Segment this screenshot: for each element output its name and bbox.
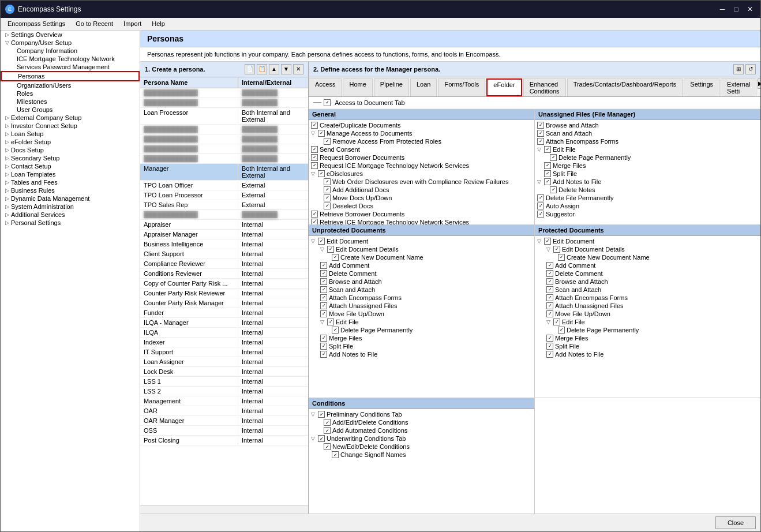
cb-merge-files-p[interactable]	[546, 335, 553, 342]
cb-split-file-p[interactable]	[546, 343, 553, 350]
cb-delete-page-perm-p[interactable]	[558, 327, 565, 334]
sidebar-item-personal-settings[interactable]: ▷ Personal Settings	[1, 219, 140, 227]
tab-pipeline[interactable]: Pipeline	[374, 78, 409, 96]
table-row[interactable]: Manager Both Internal and External	[140, 164, 308, 181]
cb-delete-page-u[interactable]	[550, 154, 557, 161]
sidebar-item-company-user-setup[interactable]: ▽ Company/User Setup	[1, 39, 140, 47]
cb-split-file-u[interactable]	[544, 170, 551, 177]
sidebar-item-org-users[interactable]: Organization/Users	[1, 81, 140, 89]
cb-split-file[interactable]	[320, 343, 327, 350]
unprotected-content[interactable]: ▽Edit Document ▽Edit Document Details Cr…	[309, 236, 534, 398]
cb-underwriting-tab[interactable]	[318, 435, 325, 442]
close-button[interactable]: Close	[715, 516, 756, 529]
sidebar-item-investor-connect[interactable]: ▷ Investor Connect Setup	[1, 122, 140, 130]
cb-edisclosures[interactable]	[318, 170, 325, 177]
cb-browse-attach[interactable]	[320, 278, 327, 285]
menu-encompass-settings[interactable]: Encompass Settings	[3, 19, 70, 28]
table-row[interactable]: LSS 2 Internal	[140, 387, 308, 396]
tab-scroll-button[interactable]: ▶	[758, 78, 760, 89]
general-content[interactable]: Create/Duplicate Documents ▽Manage Acces…	[309, 120, 534, 224]
table-row[interactable]: Appraiser Manager Internal	[140, 230, 308, 239]
cb-remove-access[interactable]	[324, 138, 331, 145]
table-row[interactable]: TPO Loan Officer External	[140, 181, 308, 190]
left-panel-hscroll[interactable]	[140, 505, 308, 514]
protected-content[interactable]: ▽Edit Document ▽Edit Document Details Cr…	[535, 236, 760, 398]
cb-merge-files-u[interactable]	[544, 162, 551, 169]
table-row[interactable]: ████████████ ████████	[140, 125, 308, 134]
table-row[interactable]: ILQA - Manager Internal	[140, 318, 308, 328]
sidebar-item-additional-services[interactable]: ▷ Additional Services	[1, 211, 140, 219]
cb-edit-file[interactable]	[327, 319, 334, 325]
cb-prelim-conditions[interactable]	[318, 411, 325, 418]
cb-merge-files[interactable]	[320, 335, 327, 342]
cb-edit-doc-details-p[interactable]	[553, 246, 560, 253]
sidebar-item-milestones[interactable]: Milestones	[1, 98, 140, 106]
sidebar-item-user-groups[interactable]: User Groups	[1, 106, 140, 114]
unassigned-content[interactable]: Browse and Attach Scan and Attach Attach…	[535, 120, 760, 224]
menu-go-to-recent[interactable]: Go to Recent	[71, 19, 118, 28]
cb-delete-comment[interactable]	[320, 270, 327, 277]
sidebar-item-roles[interactable]: Roles	[1, 89, 140, 98]
cb-add-notes[interactable]	[320, 351, 327, 358]
delete-persona-button[interactable]: ✕	[293, 64, 303, 74]
table-row[interactable]: ████████████ ████████	[140, 154, 308, 164]
access-to-doc-checkbox[interactable]	[324, 99, 331, 106]
sidebar-item-system-admin[interactable]: ▷ System Administration	[1, 203, 140, 211]
cb-move-docs[interactable]	[324, 194, 331, 201]
new-persona-button[interactable]: 📄	[245, 64, 255, 74]
table-row[interactable]: ████████████ ████████	[140, 134, 308, 144]
sidebar-item-loan-setup[interactable]: ▷ Loan Setup	[1, 130, 140, 138]
right-tool-btn-2[interactable]: ↺	[745, 64, 756, 74]
table-row[interactable]: Conditions Reviewer Internal	[140, 269, 308, 279]
table-row[interactable]: OAR Internal	[140, 406, 308, 416]
tab-forms-tools[interactable]: Forms/Tools	[438, 78, 485, 96]
sidebar-item-settings-overview[interactable]: ▷ Settings Overview	[1, 31, 140, 39]
cb-scan-attach-u[interactable]	[537, 130, 544, 137]
table-row[interactable]: Counter Party Risk Reviewer Internal	[140, 289, 308, 298]
sidebar-scroll[interactable]: ▷ Settings Overview ▽ Company/User Setup…	[1, 31, 140, 531]
cb-suggestor-u[interactable]	[537, 211, 544, 218]
table-row[interactable]: Loan Processor Both Internal and Externa…	[140, 108, 308, 125]
cb-retrieve-borrower[interactable]	[311, 211, 318, 218]
cb-move-file-updown[interactable]	[320, 310, 327, 317]
tab-efolder[interactable]: eFolder	[486, 78, 522, 96]
cb-create-new-doc-name-p[interactable]	[558, 254, 565, 261]
persona-list[interactable]: ████████████ ████████ ████████████ █████…	[140, 88, 308, 505]
cb-add-notes-p[interactable]	[546, 351, 553, 358]
table-row[interactable]: ILQA Internal	[140, 328, 308, 338]
cb-add-comment[interactable]	[320, 262, 327, 269]
table-row[interactable]: Copy of Counter Party Risk ... Internal	[140, 279, 308, 289]
table-row[interactable]: ████████████ ████████	[140, 88, 308, 98]
table-row[interactable]: OSS Internal	[140, 426, 308, 436]
cb-retrieve-ice[interactable]	[311, 219, 318, 224]
move-up-button[interactable]: ▲	[269, 64, 279, 74]
cb-delete-notes-u[interactable]	[550, 186, 557, 193]
cb-new-edit-delete[interactable]	[324, 443, 331, 450]
cb-send-consent[interactable]	[311, 146, 318, 153]
cb-edit-doc[interactable]	[318, 238, 325, 245]
cb-create-dup[interactable]	[311, 122, 318, 129]
sidebar-item-business-rules[interactable]: ▷ Business Rules	[1, 186, 140, 194]
conditions-content[interactable]: ▽Preliminary Conditions Tab Add/Edit/Del…	[309, 409, 534, 514]
cb-add-comment-p[interactable]	[546, 262, 553, 269]
table-row[interactable]: ████████████ ████████	[140, 210, 308, 220]
sidebar-item-loan-templates[interactable]: ▷ Loan Templates	[1, 170, 140, 178]
cb-change-signoff[interactable]	[332, 451, 339, 458]
tab-enhanced-conditions[interactable]: Enhanced Conditions	[523, 78, 566, 96]
sidebar-item-tables-fees[interactable]: ▷ Tables and Fees	[1, 178, 140, 186]
sidebar-item-ice-mortgage[interactable]: ICE Mortgage Technology Network	[1, 55, 140, 63]
sidebar-item-efolder-setup[interactable]: ▷ eFolder Setup	[1, 138, 140, 146]
close-window-button[interactable]: ✕	[744, 5, 756, 14]
table-row[interactable]: ████████████ ████████	[140, 144, 308, 154]
cb-scan-attach-p[interactable]	[546, 286, 553, 293]
table-row[interactable]: Post Closing Internal	[140, 436, 308, 445]
cb-add-notes-u[interactable]	[544, 178, 551, 185]
table-row[interactable]: TPO Loan Processor External	[140, 190, 308, 200]
table-row[interactable]: Business Intelligence Internal	[140, 239, 308, 249]
table-row[interactable]: Loan Assigner Internal	[140, 357, 308, 367]
sidebar-item-external-company[interactable]: ▷ External Company Setup	[1, 114, 140, 122]
sidebar-item-docs-setup[interactable]: ▷ Docs Setup	[1, 146, 140, 154]
cb-move-file-updown-p[interactable]	[546, 310, 553, 317]
maximize-button[interactable]: □	[730, 5, 742, 14]
cb-edit-file-u[interactable]	[544, 146, 551, 153]
